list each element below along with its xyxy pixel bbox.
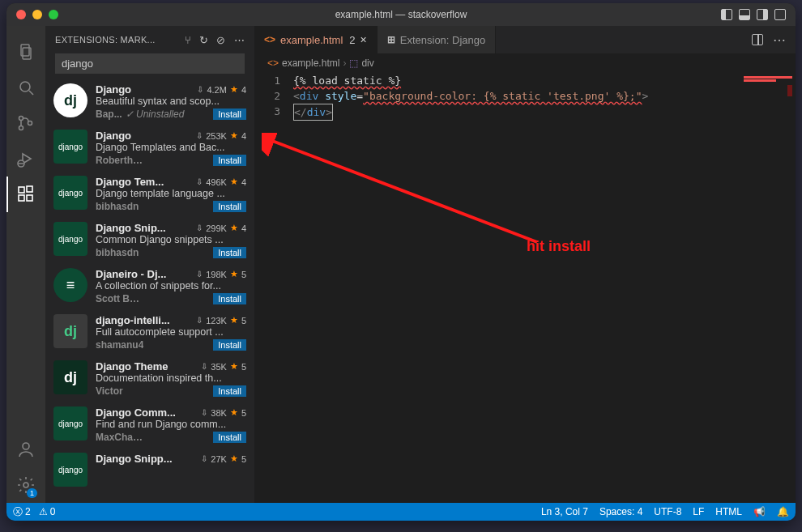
extension-icon: ≡: [53, 268, 87, 302]
customize-layout-icon[interactable]: [774, 9, 786, 20]
status-eol[interactable]: LF: [693, 506, 704, 517]
install-button[interactable]: Install: [213, 109, 246, 120]
explorer-icon[interactable]: [6, 34, 45, 70]
source-control-icon[interactable]: [6, 105, 45, 141]
download-count: 299K: [206, 223, 227, 233]
tab-example-html[interactable]: <> example.html 2 ×: [254, 26, 378, 53]
download-count: 4.2M: [207, 85, 226, 95]
extension-item[interactable]: djdjango-intelli...⇩ 123K ★ 5Full autoco…: [45, 309, 254, 355]
install-button[interactable]: Install: [213, 201, 246, 212]
vscode-window: example.html — stackoverflow: [6, 3, 796, 521]
svg-rect-12: [27, 195, 32, 201]
breadcrumbs[interactable]: <> example.html › ⬚ div: [254, 53, 796, 73]
notifications-icon[interactable]: 🔔: [777, 506, 789, 517]
filter-icon[interactable]: ⑂: [185, 34, 191, 46]
feedback-icon[interactable]: 📢: [753, 506, 766, 517]
titlebar[interactable]: example.html — stackoverflow: [6, 3, 796, 26]
extension-name: Django: [96, 83, 131, 96]
extension-publisher: bibhasdn: [96, 247, 139, 258]
download-count: 496K: [206, 177, 227, 187]
run-debug-icon[interactable]: [6, 141, 45, 177]
install-button[interactable]: Install: [213, 385, 246, 397]
window-controls: [16, 10, 58, 19]
extension-item[interactable]: djangoDjango Tem...⇩ 496K ★ 4Django temp…: [45, 171, 254, 217]
download-icon: ⇩: [201, 362, 207, 371]
install-button[interactable]: Install: [213, 339, 246, 351]
tab-modified-indicator: 2: [349, 34, 355, 46]
breadcrumb-node[interactable]: div: [361, 57, 373, 69]
extension-description: Django Templates and Bac...: [96, 142, 246, 153]
status-encoding[interactable]: UTF-8: [654, 506, 681, 517]
extensions-sidebar: EXTENSIONS: MARK... ⑂ ↻ ⊘ ⋯ djDjango⇩ 4.…: [45, 26, 254, 503]
extension-item[interactable]: djDjango⇩ 4.2M ★ 4Beautiful syntax and s…: [45, 79, 254, 125]
install-button[interactable]: Install: [213, 293, 246, 304]
install-button[interactable]: Install: [213, 432, 246, 443]
clear-icon[interactable]: ⊘: [216, 34, 225, 46]
code-editor[interactable]: 1 2 3 {% load static %} <div style="back…: [254, 73, 796, 503]
element-icon: ⬚: [349, 57, 358, 69]
status-errors[interactable]: ⓧ2: [13, 505, 31, 519]
status-cursor-position[interactable]: Ln 3, Col 7: [541, 506, 588, 517]
minimap[interactable]: [744, 76, 792, 96]
download-icon: ⇩: [196, 270, 203, 279]
refresh-icon[interactable]: ↻: [199, 34, 208, 46]
search-icon[interactable]: [6, 70, 45, 105]
toggle-primary-sidebar-icon[interactable]: [721, 9, 732, 20]
extension-name: django-intelli...: [96, 314, 170, 326]
line-numbers: 1 2 3: [254, 73, 293, 503]
extension-icon: dj: [53, 314, 87, 348]
svg-rect-11: [19, 195, 24, 201]
install-button[interactable]: Install: [213, 155, 246, 166]
close-window-icon[interactable]: [16, 10, 26, 19]
download-icon: ⇩: [196, 177, 203, 186]
svg-point-15: [23, 483, 28, 487]
extension-item[interactable]: djangoDjango Snip...⇩ 299K ★ 4Common Dja…: [45, 217, 254, 263]
chevron-right-icon: ›: [343, 57, 346, 69]
maximize-window-icon[interactable]: [49, 10, 58, 19]
settings-gear-icon[interactable]: 1: [6, 467, 45, 503]
code-line-2: <div style="background-color: {% static …: [293, 88, 796, 104]
extension-item[interactable]: djDjango Theme⇩ 35K ★ 5Documentation ins…: [45, 355, 254, 402]
minimize-window-icon[interactable]: [32, 10, 42, 19]
status-indentation[interactable]: Spaces: 4: [599, 506, 642, 517]
extension-item[interactable]: ≡Djaneiro - Dj...⇩ 198K ★ 5A collection …: [45, 263, 254, 309]
editor-tabs: <> example.html 2 × ⊞ Extension: Django …: [254, 26, 796, 53]
star-icon: ★: [230, 407, 238, 418]
extensions-list[interactable]: djDjango⇩ 4.2M ★ 4Beautiful syntax and s…: [45, 79, 254, 503]
extension-item[interactable]: djangoDjango Comm...⇩ 38K ★ 5Find and ru…: [45, 402, 254, 448]
extension-search-input[interactable]: [55, 53, 245, 74]
more-actions-icon[interactable]: ⋯: [773, 32, 786, 48]
status-warnings[interactable]: ⚠0: [39, 506, 56, 517]
extension-name: Django Theme: [96, 360, 169, 372]
extension-item[interactable]: djangoDjango⇩ 253K ★ 4Django Templates a…: [45, 125, 254, 171]
download-count: 38K: [211, 408, 227, 418]
extension-item[interactable]: djangoDjango Snipp...⇩ 27K ★ 5: [45, 448, 254, 492]
accounts-icon[interactable]: [6, 432, 45, 467]
install-button[interactable]: Install: [213, 247, 246, 258]
tab-extension-django[interactable]: ⊞ Extension: Django: [378, 26, 497, 53]
extension-description: A collection of snippets for...: [96, 280, 246, 292]
star-icon: ★: [230, 315, 238, 326]
breadcrumb-file[interactable]: example.html: [282, 57, 339, 69]
star-icon: ★: [230, 269, 238, 279]
extension-name: Django Tem...: [96, 176, 164, 188]
rating: 4: [241, 177, 246, 187]
split-editor-icon[interactable]: [752, 34, 763, 45]
window-title: example.html — stackoverflow: [6, 9, 796, 20]
extension-name: Django Snipp...: [96, 453, 173, 465]
more-icon[interactable]: ⋯: [234, 34, 245, 46]
download-icon: ⇩: [201, 408, 207, 417]
extension-icon: dj: [53, 360, 87, 394]
close-tab-icon[interactable]: ×: [360, 33, 367, 46]
download-count: 253K: [206, 131, 227, 141]
extensions-icon[interactable]: [6, 177, 45, 212]
status-language[interactable]: HTML: [715, 506, 742, 517]
download-icon: ⇩: [196, 131, 203, 140]
toggle-secondary-sidebar-icon[interactable]: [757, 9, 768, 20]
rating: 4: [241, 131, 246, 141]
status-bar: ⓧ2 ⚠0 Ln 3, Col 7 Spaces: 4 UTF-8 LF HTM…: [6, 503, 796, 521]
extension-description: Documentation inspired th...: [96, 372, 246, 384]
star-icon: ★: [230, 453, 238, 464]
editor-area: <> example.html 2 × ⊞ Extension: Django …: [254, 26, 796, 503]
toggle-panel-icon[interactable]: [739, 9, 750, 20]
